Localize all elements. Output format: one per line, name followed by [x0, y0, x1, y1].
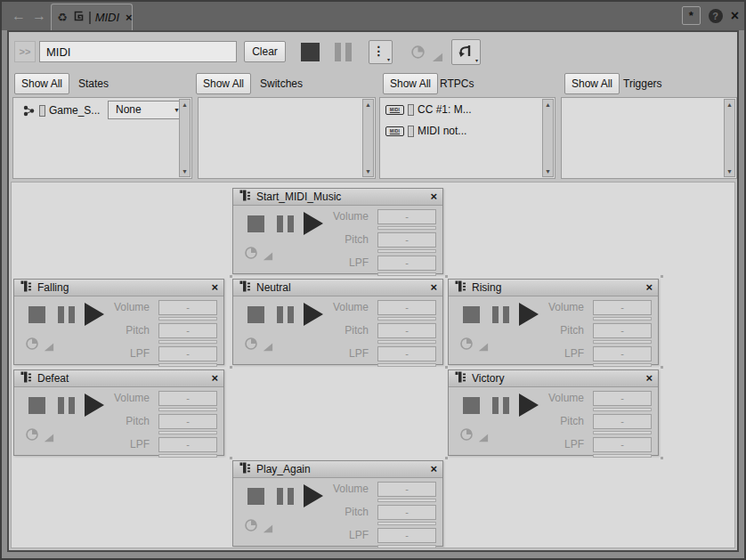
volume-field[interactable]: - [158, 391, 217, 406]
stop-button[interactable] [28, 306, 45, 323]
state-selector[interactable]: None▼ [108, 101, 186, 119]
pitch-slider[interactable] [377, 340, 436, 344]
show-all-rtpcs-button[interactable]: Show All [383, 73, 438, 94]
volume-slider[interactable] [377, 499, 436, 502]
module-close-icon[interactable]: × [211, 372, 218, 385]
stop-all-button[interactable] [301, 43, 320, 61]
module-titlebar[interactable]: Play_Again × [233, 461, 442, 478]
lpf-field[interactable]: - [158, 346, 217, 361]
stop-button[interactable] [463, 397, 480, 414]
expand-button[interactable]: >> [14, 41, 36, 62]
scroll-down-icon[interactable]: ▼ [363, 168, 373, 174]
module-close-icon[interactable]: × [211, 281, 218, 294]
pitch-field[interactable]: - [158, 323, 217, 338]
help-button[interactable]: ? [709, 9, 723, 23]
volume-slider[interactable] [158, 317, 217, 321]
reset-button[interactable]: ▾ [451, 39, 481, 65]
pitch-slider[interactable] [593, 340, 652, 344]
lpf-slider[interactable] [158, 454, 217, 458]
clear-button[interactable]: Clear [244, 41, 286, 62]
volume-slider[interactable] [377, 317, 436, 321]
lpf-slider[interactable] [593, 363, 652, 367]
pitch-field[interactable]: - [593, 414, 652, 429]
lpf-field[interactable]: - [377, 256, 436, 271]
scroll-down-icon[interactable]: ▼ [725, 168, 734, 174]
scroll-up-icon[interactable]: ▲ [180, 101, 190, 108]
forward-arrow-icon[interactable]: → [29, 6, 49, 26]
pitch-field[interactable]: - [377, 232, 436, 248]
lpf-slider[interactable] [377, 272, 436, 276]
volume-field[interactable]: - [377, 209, 436, 224]
pitch-field[interactable]: - [158, 414, 217, 429]
module-titlebar[interactable]: Rising × [449, 280, 658, 296]
volume-field[interactable]: - [377, 300, 436, 315]
pitch-slider[interactable] [158, 340, 217, 344]
module-close-icon[interactable]: × [430, 463, 437, 475]
volume-slider[interactable] [158, 408, 217, 411]
tab-close-icon[interactable]: × [126, 11, 133, 24]
scroll-up-icon[interactable]: ▲ [363, 101, 373, 108]
volume-field[interactable]: - [593, 300, 652, 315]
more-options-button[interactable]: ⋮ ▾ [369, 40, 393, 64]
stop-button[interactable] [247, 488, 264, 505]
volume-slider[interactable] [593, 317, 652, 321]
lpf-field[interactable]: - [593, 346, 652, 361]
module-close-icon[interactable]: × [645, 281, 653, 294]
scroll-down-icon[interactable]: ▼ [543, 168, 553, 174]
switches-list[interactable]: ▲▼ [198, 97, 376, 179]
show-all-triggers-button[interactable]: Show All [564, 73, 620, 94]
show-all-switches-button[interactable]: Show All [196, 73, 251, 94]
search-input[interactable] [39, 41, 237, 62]
module-titlebar[interactable]: Start_MIDI_Music × [233, 189, 442, 206]
lpf-field[interactable]: - [377, 346, 436, 361]
scroll-down-icon[interactable]: ▼ [180, 168, 190, 174]
volume-field[interactable]: - [158, 300, 217, 315]
states-list[interactable]: Game_S...None▼▲▼ [12, 97, 192, 179]
window-close-icon[interactable]: × [731, 7, 739, 25]
scrollbar[interactable]: ▲▼ [362, 99, 374, 177]
volume-field[interactable]: - [593, 391, 652, 406]
stop-button[interactable] [247, 215, 264, 232]
rtpcs-list[interactable]: MIDICC #1: M...MIDIMIDI not...▲▼ [379, 97, 555, 179]
lpf-slider[interactable] [377, 363, 436, 367]
lpf-label: LPF [502, 437, 584, 452]
stop-button[interactable] [247, 306, 264, 323]
volume-slider[interactable] [593, 408, 652, 411]
tab-midi[interactable]: ♻ MIDI × [51, 4, 133, 30]
pause-all-button[interactable] [335, 43, 352, 61]
lpf-field[interactable]: - [158, 437, 217, 452]
module-close-icon[interactable]: × [430, 191, 437, 203]
scrollbar[interactable]: ▲▼ [179, 99, 191, 177]
module-close-icon[interactable]: × [645, 372, 653, 385]
pitch-field[interactable]: - [593, 323, 652, 338]
pitch-slider[interactable] [593, 431, 652, 434]
back-arrow-icon[interactable]: ← [9, 6, 28, 26]
lpf-field[interactable]: - [593, 437, 652, 452]
pitch-slider[interactable] [158, 431, 217, 434]
pitch-field[interactable]: - [377, 505, 436, 520]
module-titlebar[interactable]: Victory × [449, 370, 658, 387]
scrollbar[interactable]: ▲▼ [542, 99, 554, 177]
volume-label: Volume [287, 209, 369, 224]
lpf-slider[interactable] [593, 454, 652, 458]
module-titlebar[interactable]: Defeat × [14, 370, 223, 387]
scroll-up-icon[interactable]: ▲ [543, 101, 553, 108]
lpf-field[interactable]: - [377, 528, 436, 543]
module-titlebar[interactable]: Neutral × [233, 280, 442, 296]
pitch-slider[interactable] [377, 249, 436, 253]
lpf-slider[interactable] [158, 363, 217, 367]
volume-slider[interactable] [377, 226, 436, 230]
module-close-icon[interactable]: × [430, 281, 437, 294]
module-titlebar[interactable]: Falling × [14, 280, 223, 296]
scroll-up-icon[interactable]: ▲ [725, 101, 734, 108]
pin-button[interactable]: * [682, 6, 701, 25]
pitch-slider[interactable] [377, 522, 436, 525]
volume-field[interactable]: - [377, 482, 436, 497]
scrollbar[interactable]: ▲▼ [724, 99, 735, 177]
pitch-field[interactable]: - [377, 323, 436, 338]
lpf-slider[interactable] [377, 545, 436, 548]
triggers-list[interactable]: ▲▼ [561, 97, 737, 179]
show-all-states-button[interactable]: Show All [14, 73, 69, 94]
stop-button[interactable] [28, 397, 45, 414]
stop-button[interactable] [463, 306, 480, 323]
